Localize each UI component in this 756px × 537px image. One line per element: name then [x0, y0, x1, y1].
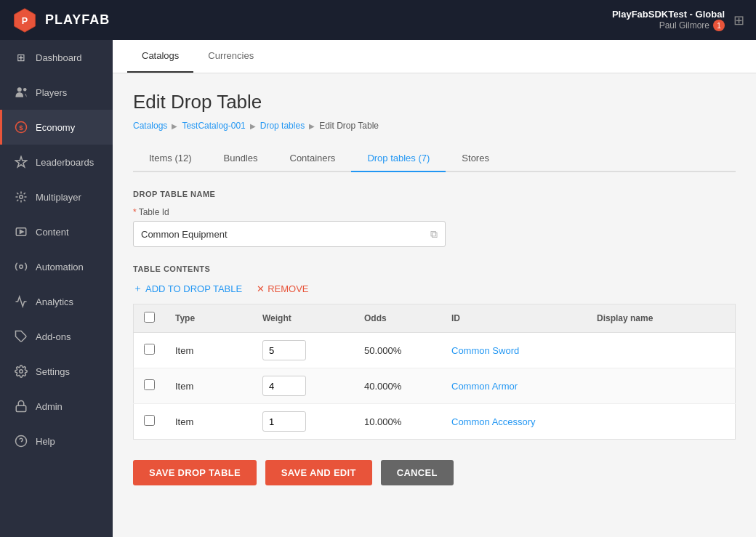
cancel-button[interactable]: CANCEL: [381, 460, 454, 485]
tab-items[interactable]: Items (12): [133, 145, 208, 172]
add-to-drop-table-link[interactable]: ＋ ADD TO DROP TABLE: [133, 282, 242, 295]
table-id-input[interactable]: [141, 229, 430, 240]
breadcrumb-testcatalog[interactable]: TestCatalog-001: [182, 121, 245, 131]
tab-stores[interactable]: Stores: [446, 145, 505, 172]
sidebar-item-multiplayer[interactable]: Multiplayer: [0, 179, 113, 214]
row-id-0: Common Sword: [441, 333, 587, 368]
sidebar-item-dashboard[interactable]: ⊞ Dashboard: [0, 40, 113, 75]
sidebar-item-content[interactable]: Content: [0, 214, 113, 249]
row-checkbox-0[interactable]: [144, 344, 155, 355]
leaderboards-icon: [14, 155, 28, 169]
tab-bar: Catalogs Currencies: [113, 40, 756, 73]
plus-icon: ＋: [133, 282, 142, 295]
table-row: Item 40.000% Common Armor: [134, 368, 736, 404]
table-id-label: * Table Id: [133, 207, 736, 217]
economy-icon: $: [14, 120, 28, 134]
col-header-weight: Weight: [252, 304, 354, 333]
weight-input-0[interactable]: [262, 340, 306, 360]
sidebar-item-settings[interactable]: Settings: [0, 354, 113, 389]
grid-icon[interactable]: ⊞: [733, 12, 744, 28]
save-and-edit-button[interactable]: SAVE AND EDIT: [265, 460, 372, 485]
secondary-tabs: Items (12) Bundles Containers Drop table…: [133, 145, 736, 172]
tab-currencies[interactable]: Currencies: [193, 40, 268, 73]
players-icon: [14, 85, 28, 100]
svg-text:$: $: [19, 124, 23, 132]
drop-table-contents: Type Weight Odds ID Display name It: [133, 304, 736, 440]
sidebar-item-economy[interactable]: $ Economy: [0, 110, 113, 145]
id-link-2[interactable]: Common Accessory: [451, 416, 536, 427]
table-actions: ＋ ADD TO DROP TABLE ✕ REMOVE: [133, 282, 736, 295]
multiplayer-icon: [14, 190, 28, 204]
weight-input-2[interactable]: [262, 411, 306, 432]
drop-table-name-section: DROP TABLE NAME * Table Id ⧉: [133, 190, 736, 247]
breadcrumb: Catalogs ▶ TestCatalog-001 ▶ Drop tables…: [133, 121, 736, 131]
sidebar-label-leaderboards: Leaderboards: [36, 157, 94, 168]
logo-icon: P: [12, 7, 38, 33]
header-user-info: PlayFabSDKTest - Global Paul Gilmore 1: [612, 9, 725, 31]
row-odds-1: 40.000%: [354, 368, 441, 404]
top-header: P PLAYFAB PlayFabSDKTest - Global Paul G…: [0, 0, 756, 40]
row-checkbox-1[interactable]: [144, 379, 155, 390]
tab-drop-tables[interactable]: Drop tables (7): [351, 145, 446, 172]
help-icon: [14, 434, 28, 448]
table-contents-section: TABLE CONTENTS ＋ ADD TO DROP TABLE ✕ REM…: [133, 265, 736, 440]
sidebar-item-automation[interactable]: Automation: [0, 249, 113, 284]
header-username: Paul Gilmore 1: [612, 20, 725, 31]
svg-point-10: [20, 370, 23, 374]
svg-rect-11: [16, 405, 26, 411]
row-type-0: Item: [165, 333, 252, 368]
table-id-input-wrapper[interactable]: ⧉: [133, 221, 446, 247]
tab-containers[interactable]: Containers: [274, 145, 352, 172]
action-buttons: SAVE DROP TABLE SAVE AND EDIT CANCEL: [133, 460, 736, 485]
settings-icon: [14, 364, 28, 379]
admin-icon: [14, 399, 28, 413]
sidebar-item-analytics[interactable]: Analytics: [0, 284, 113, 319]
table-row: Item 10.000% Common Accessory: [134, 404, 736, 440]
sidebar-label-automation: Automation: [36, 262, 84, 272]
sidebar-label-multiplayer: Multiplayer: [36, 192, 81, 203]
row-checkbox-2[interactable]: [144, 415, 155, 426]
select-all-checkbox[interactable]: [144, 312, 155, 323]
col-header-display-name: Display name: [587, 304, 736, 333]
sidebar-item-admin[interactable]: Admin: [0, 389, 113, 424]
breadcrumb-catalogs[interactable]: Catalogs: [133, 121, 167, 131]
row-id-2: Common Accessory: [441, 404, 587, 440]
row-type-2: Item: [165, 404, 252, 440]
row-check-0: [134, 333, 166, 368]
tab-bundles[interactable]: Bundles: [208, 145, 274, 172]
col-header-type: Type: [165, 304, 252, 333]
weight-input-1[interactable]: [262, 376, 306, 396]
col-header-check: [134, 304, 166, 333]
row-weight-1: [252, 368, 354, 404]
row-weight-0: [252, 333, 354, 368]
id-link-0[interactable]: Common Sword: [451, 345, 519, 356]
row-odds-0: 50.000%: [354, 333, 441, 368]
sidebar-label-settings: Settings: [36, 366, 70, 377]
remove-link[interactable]: ✕ REMOVE: [257, 283, 308, 294]
sidebar-label-economy: Economy: [36, 122, 75, 133]
copy-icon[interactable]: ⧉: [430, 228, 438, 241]
sidebar-item-leaderboards[interactable]: Leaderboards: [0, 145, 113, 179]
col-header-odds: Odds: [354, 304, 441, 333]
logo-text: PLAYFAB: [45, 12, 110, 28]
notification-badge[interactable]: 1: [713, 20, 725, 31]
automation-icon: [14, 259, 28, 274]
sidebar-item-addons[interactable]: Add-ons: [0, 319, 113, 354]
breadcrumb-droptables[interactable]: Drop tables: [260, 121, 305, 131]
sidebar-label-help: Help: [36, 436, 55, 447]
sidebar-item-help[interactable]: Help: [0, 424, 113, 459]
row-check-2: [134, 404, 166, 440]
sidebar: ⊞ Dashboard Players $ Economy Leaderboar…: [0, 40, 113, 537]
addons-icon: [14, 329, 28, 344]
row-displayname-2: [587, 404, 736, 440]
tab-catalogs[interactable]: Catalogs: [127, 40, 193, 73]
sidebar-item-players[interactable]: Players: [0, 75, 113, 110]
svg-point-8: [20, 265, 23, 269]
id-link-1[interactable]: Common Armor: [451, 381, 518, 392]
page-title: Edit Drop Table: [133, 91, 736, 113]
analytics-icon: [14, 294, 28, 309]
save-drop-table-button[interactable]: SAVE DROP TABLE: [133, 460, 257, 485]
svg-point-2: [17, 87, 22, 92]
svg-point-3: [23, 88, 27, 92]
row-displayname-1: [587, 368, 736, 404]
